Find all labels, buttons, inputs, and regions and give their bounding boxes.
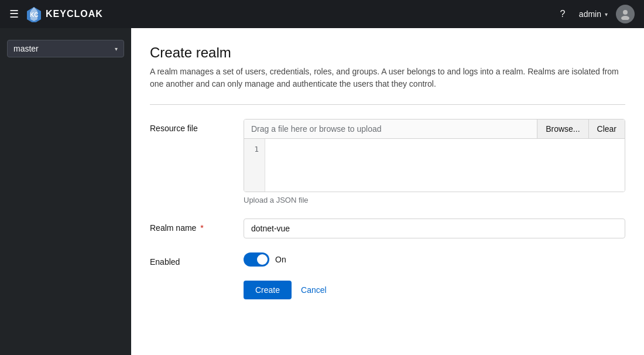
avatar (616, 5, 635, 23)
realm-name-input[interactable] (244, 219, 625, 238)
realm-selector-chevron-icon: ▾ (115, 46, 118, 52)
sidebar: master ▾ (0, 28, 131, 355)
required-asterisk: * (200, 223, 203, 233)
enabled-control: On (244, 252, 625, 267)
resource-file-container: Drag a file here or browse to upload Bro… (244, 119, 625, 192)
enabled-row: Enabled On (150, 252, 625, 267)
clear-button[interactable]: Clear (588, 120, 625, 138)
realm-name-control (244, 219, 625, 238)
avatar-icon (619, 8, 631, 20)
file-upload-placeholder: Drag a file here or browse to upload (244, 120, 537, 138)
file-editor-gutter: 1 (244, 139, 265, 192)
resource-file-label: Resource file (150, 119, 244, 133)
file-upload-bar: Drag a file here or browse to upload Bro… (244, 120, 625, 139)
hamburger-icon[interactable]: ☰ (9, 8, 19, 21)
svg-point-4 (621, 16, 629, 20)
resource-file-control: Drag a file here or browse to upload Bro… (244, 119, 625, 204)
user-menu[interactable]: admin ▾ (579, 5, 635, 23)
realm-selector-label: master (13, 44, 39, 53)
content-area: Create realm A realm manages a set of us… (131, 28, 644, 355)
browse-button[interactable]: Browse... (537, 120, 588, 138)
logo: KC KEYCLOAK (26, 6, 103, 22)
help-icon: ? (560, 9, 565, 19)
enabled-toggle[interactable] (244, 252, 269, 267)
main-layout: master ▾ Create realm A realm manages a … (0, 28, 644, 355)
logo-text: KEYCLOAK (46, 9, 103, 19)
enabled-label: Enabled (150, 252, 244, 267)
toggle-slider (244, 252, 269, 267)
action-buttons: Create Cancel (150, 281, 625, 299)
user-chevron-icon: ▾ (605, 11, 608, 18)
file-editor: 1 (244, 139, 625, 192)
realm-name-row: Realm name * (150, 219, 625, 238)
file-editor-content[interactable] (265, 139, 625, 192)
toggle-row: On (244, 252, 625, 267)
realm-selector[interactable]: master ▾ (7, 40, 124, 57)
divider (150, 104, 625, 105)
svg-text:KC: KC (30, 12, 38, 18)
line-number: 1 (250, 144, 259, 155)
svg-point-3 (623, 10, 628, 15)
realm-name-label: Realm name * (150, 219, 244, 233)
page-title: Create realm (150, 45, 625, 61)
page-description: A realm manages a set of users, credenti… (150, 66, 625, 90)
help-button[interactable]: ? (553, 5, 572, 23)
toggle-status-label: On (275, 255, 286, 264)
keycloak-logo-icon: KC (26, 6, 42, 22)
user-name: admin (579, 9, 601, 19)
cancel-button[interactable]: Cancel (301, 281, 327, 299)
navbar: ☰ KC KEYCLOAK ? admin ▾ (0, 0, 644, 28)
file-hint: Upload a JSON file (244, 196, 625, 204)
create-button[interactable]: Create (244, 281, 292, 299)
resource-file-row: Resource file Drag a file here or browse… (150, 119, 625, 204)
